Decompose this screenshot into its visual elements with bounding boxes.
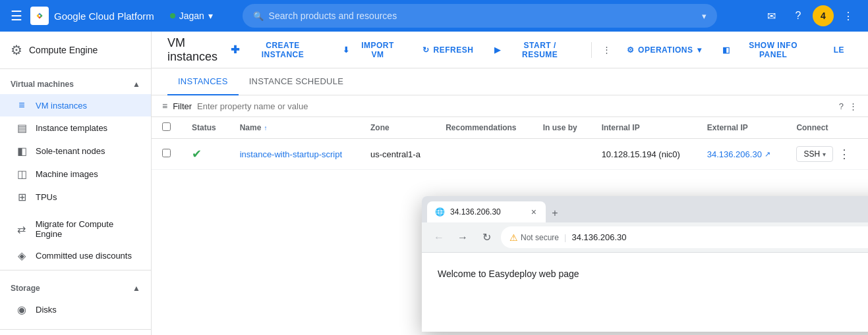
storage-label: Storage [11,284,40,293]
operations-button[interactable]: ⚙ OPERATIONS ▾ [619,41,709,59]
sidebar-header: ⚙ Compute Engine [0,32,151,69]
instances-table: Status Name ↑ Zone Recommendations In us… [152,117,868,170]
browser-forward-button[interactable]: → [453,228,472,247]
sidebar-item-instance-templates-label: Instance templates [36,123,107,133]
sole-tenant-icon: ◧ [16,145,28,157]
user-avatar[interactable]: 4 [813,5,834,26]
sidebar-item-sole-tenant-label: Sole-tenant nodes [36,146,105,156]
machine-images-icon: ◫ [16,168,28,180]
ssh-label: SSH [803,149,820,159]
browser-reload-button[interactable]: ↻ [477,228,496,247]
browser-tab-title: 34.136.206.30 [450,207,525,217]
sidebar-item-migrate[interactable]: ⇄ Migrate for Compute Engine [0,214,151,244]
sidebar-item-committed-use-label: Committed use discounts [36,251,132,261]
storage-section-header[interactable]: Storage ▲ [0,278,151,298]
select-all-checkbox[interactable] [162,122,171,131]
collapse-icon: ▲ [132,80,140,89]
app-title: Google Cloud Platform [54,11,154,22]
disks-icon: ◉ [16,303,28,316]
col-header-zone: Zone [360,117,435,139]
tab-instances[interactable]: INSTANCES [167,68,239,95]
show-info-panel-icon: ◧ [722,45,730,55]
row-recommendations-cell [435,139,533,170]
show-info-panel-button[interactable]: ◧ SHOW INFO PANEL [714,37,821,63]
filter-input[interactable] [197,101,834,111]
col-header-status: Status [181,117,229,139]
sidebar-item-instance-templates[interactable]: ▤ Instance templates [0,116,151,140]
committed-use-icon: ◈ [16,249,28,262]
sidebar-item-migrate-label: Migrate for Compute Engine [36,219,140,239]
not-secure-icon: ⚠ [509,232,518,243]
row-internal-ip-cell: 10.128.15.194 (nic0) [591,139,697,170]
sidebar-item-disks[interactable]: ◉ Disks [0,298,151,321]
tab-instance-schedule[interactable]: INSTANCE SCHEDULE [239,68,354,95]
start-resume-button[interactable]: ▶ START / RESUME [486,37,583,63]
sidebar-item-machine-images[interactable]: ◫ Machine images [0,163,151,186]
import-vm-button[interactable]: ⬇ IMPORT VM [335,37,409,63]
filter-bar: ≡ Filter ? ⋮ [152,95,868,117]
header-more-icon[interactable]: ⋮ [600,42,614,57]
project-selector[interactable]: Jagan ▾ [165,8,218,24]
col-header-name[interactable]: Name ↑ [229,117,360,139]
col-header-recommendations: Recommendations [435,117,533,139]
not-secure-text: Not secure [521,233,559,242]
create-instance-label: CREATE INSTANCE [244,41,322,59]
sidebar-item-tpus[interactable]: ⊞ TPUs [0,186,151,209]
gcp-logo-icon [30,7,49,25]
filter-help-icon[interactable]: ? [839,101,844,111]
virtual-machines-label: Virtual machines [11,80,74,89]
status-running-icon: ✔ [192,147,202,161]
virtual-machines-section-header[interactable]: Virtual machines ▲ [0,74,151,94]
ssh-button[interactable]: SSH ▾ [796,146,833,162]
col-header-internal-ip: Internal IP [591,117,697,139]
browser-tab-close-icon[interactable]: × [530,205,538,219]
virtual-machines-section: Virtual machines ▲ ≡ VM instances ▤ Inst… [0,69,151,214]
browser-tab-favicon: 🌐 [435,207,445,217]
sidebar-item-vm-instances[interactable]: ≡ VM instances [0,94,151,116]
search-placeholder: Search products and resources [269,11,697,21]
more-options-button[interactable]: ⋮ [836,4,860,28]
refresh-icon: ↻ [422,45,430,55]
help-button[interactable]: ? [786,4,810,28]
sidebar-item-committed-use[interactable]: ◈ Committed use discounts [0,244,151,267]
browser-tab[interactable]: 🌐 34.136.206.30 × [427,201,546,222]
storage-collapse-icon: ▲ [132,284,140,293]
menu-icon[interactable]: ☰ [8,5,25,26]
project-status-dot [170,13,175,18]
row-in-use-by-cell [533,139,591,170]
row-zone-cell: us-central1-a [360,139,435,170]
row-checkbox[interactable] [162,149,171,157]
tab-bar: INSTANCES INSTANCE SCHEDULE [152,68,868,95]
learn-button[interactable]: LE [826,41,852,59]
create-instance-button[interactable]: ✚ CREATE INSTANCE [223,37,330,63]
project-chevron-icon: ▾ [208,11,213,21]
global-search[interactable]: 🔍 Search products and resources ▾ [243,4,717,28]
instance-name-link[interactable]: instance-with-startup-script [240,149,342,159]
sidebar-item-sole-tenant[interactable]: ◧ Sole-tenant nodes [0,140,151,163]
browser-new-tab-button[interactable]: + [546,204,564,222]
storage-section: Storage ▲ ◉ Disks [0,273,151,326]
ssh-chevron-icon: ▾ [823,151,826,158]
refresh-button[interactable]: ↻ REFRESH [415,41,481,59]
external-ip-link[interactable]: 34.136.206.30 ↗ [707,149,776,159]
refresh-label: REFRESH [433,45,473,55]
operations-label: OPERATIONS [638,45,693,55]
instance-templates-icon: ▤ [16,122,28,134]
table-row: ✔ instance-with-startup-script us-centra… [152,139,868,170]
mail-button[interactable]: ✉ [760,4,784,28]
filter-more-icon[interactable]: ⋮ [849,101,857,111]
main-content: VM instances ✚ CREATE INSTANCE ⬇ IMPORT … [152,32,868,335]
row-more-icon[interactable]: ⋮ [836,145,853,163]
sidebar-item-tpus-label: TPUs [36,192,57,202]
browser-back-button[interactable]: ← [430,228,448,247]
browser-url-bar[interactable]: ⚠ Not secure | 34.136.206.30 ☆ 🧩 ⋮ [501,226,868,248]
row-checkbox-cell[interactable] [152,139,181,170]
vm-instances-icon: ≡ [16,99,28,111]
table-body: ✔ instance-with-startup-script us-centra… [152,139,868,170]
header-select-all[interactable] [152,117,181,139]
app-logo: Google Cloud Platform [30,7,154,25]
row-connect-cell: SSH ▾ ⋮ [786,139,868,170]
name-sort-icon: ↑ [264,124,267,132]
col-header-external-ip: External IP [697,117,786,139]
browser-content-text: Welcome to Easydeploy web page [438,269,868,279]
